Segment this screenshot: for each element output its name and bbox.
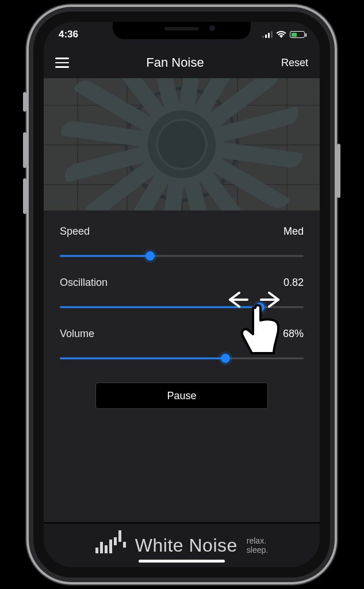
equalizer-icon <box>95 537 126 553</box>
pause-button[interactable]: Pause <box>95 383 268 409</box>
menu-icon[interactable] <box>55 58 69 68</box>
fan-illustration <box>44 78 320 211</box>
reset-button[interactable]: Reset <box>281 57 308 69</box>
speed-value: Med <box>283 225 304 238</box>
volume-label: Volume <box>60 328 94 340</box>
phone-frame: 4:36 Fan Noise Reset <box>33 12 330 577</box>
home-indicator[interactable] <box>139 560 225 563</box>
speed-label: Speed <box>60 225 90 238</box>
volume-down-button <box>23 178 26 214</box>
volume-slider[interactable] <box>60 354 304 363</box>
volume-up-button <box>23 132 26 168</box>
volume-value: 68% <box>283 328 304 340</box>
status-time: 4:36 <box>59 29 78 40</box>
oscillation-control: Oscillation 0.82 <box>60 277 304 312</box>
pause-label: Pause <box>167 390 196 402</box>
brand-name: White Noise <box>135 535 237 556</box>
cellular-icon <box>262 31 273 38</box>
page-title: Fan Noise <box>146 55 204 70</box>
brand-tagline: relax. sleep. <box>247 536 268 554</box>
oscillation-slider[interactable] <box>60 303 304 312</box>
controls-panel: Speed Med Oscillation 0.82 <box>44 211 320 522</box>
wifi-icon <box>276 30 286 39</box>
fan-hub <box>148 110 216 178</box>
speed-control: Speed Med <box>60 225 304 261</box>
volume-control: Volume 68% <box>60 328 304 363</box>
power-button <box>337 144 340 198</box>
oscillation-value: 0.82 <box>283 277 304 289</box>
battery-icon <box>290 31 305 38</box>
screen: 4:36 Fan Noise Reset <box>44 22 320 567</box>
oscillation-label: Oscillation <box>60 277 108 289</box>
navbar: Fan Noise Reset <box>44 47 320 78</box>
silencer-switch <box>23 92 26 112</box>
speed-slider[interactable] <box>60 251 304 261</box>
status-right <box>262 30 305 39</box>
notch <box>113 22 251 39</box>
